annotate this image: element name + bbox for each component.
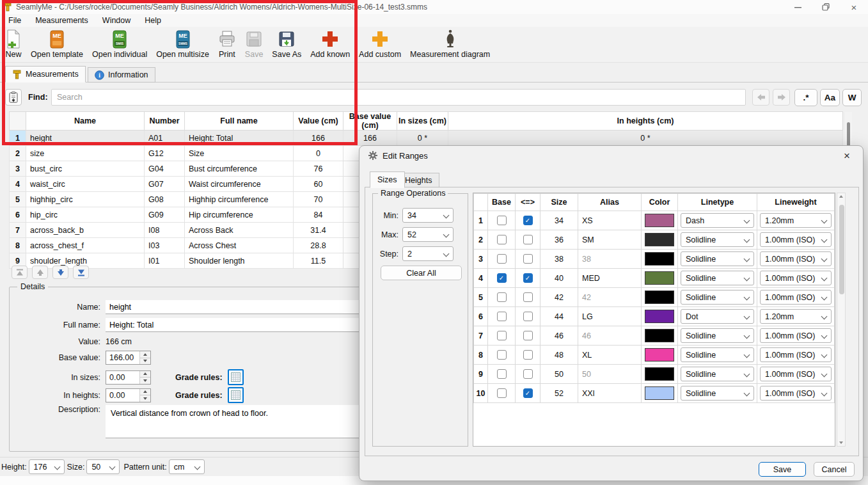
cell-name[interactable]: hip_circ: [26, 207, 145, 223]
lineweight-select[interactable]: 1.20mm: [760, 309, 832, 324]
add-known-button[interactable]: Add known: [308, 28, 352, 60]
base-value-stepper[interactable]: 166.00: [106, 351, 151, 365]
linetype-select[interactable]: Dash: [681, 213, 754, 228]
size-cell[interactable]: 38: [541, 250, 578, 269]
lineweight-select[interactable]: 1.00mm (ISO): [760, 347, 832, 362]
base-checkbox[interactable]: [497, 369, 507, 379]
find-next-button[interactable]: [773, 89, 790, 106]
cell-number[interactable]: G12: [145, 146, 185, 161]
cell-full-name[interactable]: Hip circumference: [185, 207, 294, 223]
cell-value[interactable]: 70: [294, 192, 343, 207]
color-swatch[interactable]: [645, 290, 674, 304]
menu-measurements[interactable]: Measurements: [29, 15, 94, 26]
lineweight-select[interactable]: 1.00mm (ISO): [760, 290, 832, 305]
cell-name[interactable]: across_chest_f: [26, 238, 145, 253]
cell-number[interactable]: G08: [145, 192, 185, 207]
linetype-select[interactable]: Solidline: [681, 328, 754, 343]
save-button[interactable]: Save: [759, 462, 806, 477]
move-up-button[interactable]: [32, 266, 48, 279]
size-cell[interactable]: 36: [541, 230, 578, 250]
linetype-select[interactable]: Solidline: [681, 232, 754, 247]
cell-value[interactable]: 28.8: [294, 238, 343, 253]
whole-word-button[interactable]: W: [842, 89, 862, 106]
save-as-button[interactable]: Save As: [269, 28, 304, 60]
step-down-icon[interactable]: [140, 395, 150, 402]
cell-value[interactable]: 84: [294, 207, 343, 223]
linetype-select[interactable]: Dot: [681, 309, 754, 324]
cell-name[interactable]: waist_circ: [26, 177, 145, 192]
range-checkbox[interactable]: [523, 292, 533, 302]
size-cell[interactable]: 40: [541, 269, 578, 288]
linetype-select[interactable]: Solidline: [681, 367, 754, 381]
open-individual-button[interactable]: MESMIS Open individual: [90, 28, 150, 60]
base-checkbox[interactable]: [497, 292, 507, 302]
cell-value[interactable]: 76: [294, 161, 343, 177]
alias-cell[interactable]: XXl: [578, 384, 642, 403]
open-template-button[interactable]: ME Open template: [28, 28, 86, 60]
range-checkbox[interactable]: [523, 254, 533, 264]
measurement-row[interactable]: 1heightA01Height: Total1661660 *0 *: [10, 131, 843, 146]
cell-name[interactable]: size: [26, 146, 145, 161]
cell-full-name[interactable]: Waist circumference: [185, 177, 294, 192]
cell-in-heights[interactable]: 0 *: [448, 131, 843, 146]
grade-rules-sizes-button[interactable]: [228, 369, 244, 385]
alias-cell[interactable]: 42: [578, 288, 642, 307]
add-custom-button[interactable]: Add custom: [356, 28, 404, 60]
alias-cell[interactable]: LG: [578, 307, 642, 326]
range-checkbox[interactable]: [523, 350, 533, 360]
print-button[interactable]: Print: [216, 28, 239, 60]
base-checkbox[interactable]: [497, 312, 507, 321]
base-checkbox[interactable]: [497, 235, 507, 244]
step-up-icon[interactable]: [140, 371, 150, 378]
cell-number[interactable]: G04: [145, 161, 185, 177]
cell-full-name[interactable]: Across Back: [185, 223, 294, 238]
alias-cell[interactable]: 50: [578, 365, 642, 384]
clear-all-button[interactable]: Clear All: [381, 266, 462, 280]
alias-cell[interactable]: 46: [578, 326, 642, 346]
cell-number[interactable]: G07: [145, 177, 185, 192]
max-select[interactable]: 52: [402, 227, 454, 242]
height-select[interactable]: 176: [29, 459, 65, 474]
grade-rules-heights-button[interactable]: [228, 387, 244, 403]
color-swatch[interactable]: [645, 233, 674, 246]
cell-full-name[interactable]: Across Chest: [185, 238, 294, 253]
lineweight-select[interactable]: 1.00mm (ISO): [760, 271, 832, 285]
range-checkbox[interactable]: [523, 369, 533, 379]
range-checkbox[interactable]: ✓: [523, 273, 533, 283]
step-up-icon[interactable]: [140, 389, 150, 395]
measurement-diagram-button[interactable]: Measurement diagram: [407, 28, 493, 60]
lineweight-select[interactable]: 1.00mm (ISO): [760, 328, 832, 343]
cell-value[interactable]: 31.4: [294, 223, 343, 238]
close-button[interactable]: ×: [840, 0, 868, 14]
color-swatch[interactable]: [645, 271, 674, 285]
color-swatch[interactable]: [645, 348, 674, 362]
color-swatch[interactable]: [645, 214, 674, 227]
cell-name[interactable]: highhip_circ: [26, 192, 145, 207]
size-cell[interactable]: 46: [541, 326, 578, 346]
color-swatch[interactable]: [645, 252, 674, 266]
cell-full-name[interactable]: Highhip circumference: [185, 192, 294, 207]
size-cell[interactable]: 52: [541, 384, 578, 403]
range-checkbox[interactable]: [523, 331, 533, 340]
size-cell[interactable]: 34: [541, 211, 578, 230]
color-swatch[interactable]: [645, 367, 674, 381]
move-top-button[interactable]: [12, 266, 28, 279]
color-swatch[interactable]: [645, 329, 674, 342]
cell-in-sizes[interactable]: 0 *: [397, 131, 448, 146]
in-heights-field[interactable]: 0.00: [106, 389, 139, 402]
range-checkbox[interactable]: [523, 235, 533, 244]
linetype-select[interactable]: Solidline: [681, 271, 754, 285]
scrollbar-thumb[interactable]: [839, 205, 844, 294]
cell-value[interactable]: 11.5: [294, 253, 343, 269]
alias-cell[interactable]: XS: [578, 211, 642, 230]
lineweight-select[interactable]: 1.00mm (ISO): [760, 367, 832, 381]
scroll-up-icon[interactable]: [839, 195, 843, 198]
regex-search-button[interactable]: .*: [794, 89, 817, 106]
base-checkbox[interactable]: [497, 350, 507, 360]
find-previous-button[interactable]: [752, 89, 769, 106]
color-swatch[interactable]: [645, 310, 674, 323]
base-checkbox[interactable]: [497, 216, 507, 225]
match-case-button[interactable]: Aa: [820, 89, 840, 106]
cell-name[interactable]: across_back_b: [26, 223, 145, 238]
size-cell[interactable]: 44: [541, 307, 578, 326]
